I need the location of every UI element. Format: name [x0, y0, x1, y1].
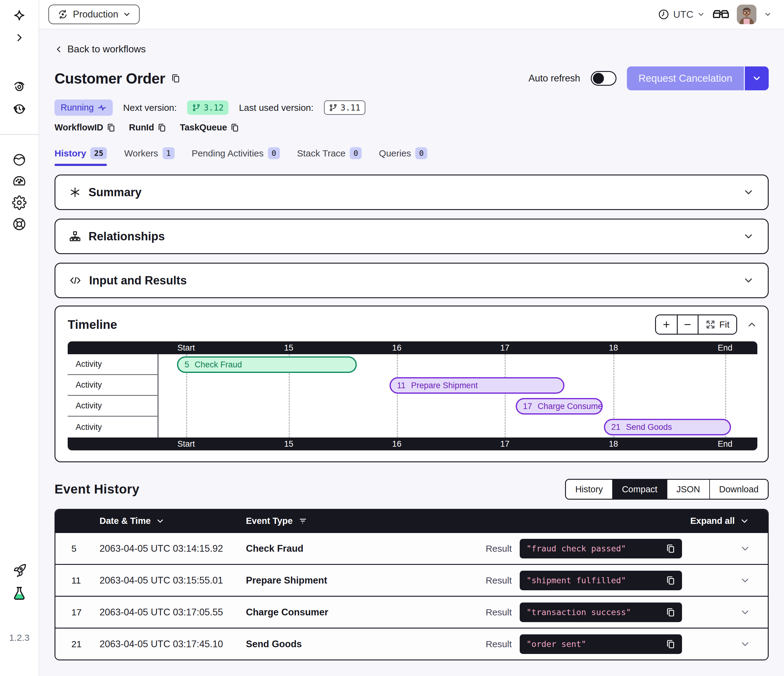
tab-workers[interactable]: Workers1	[124, 147, 174, 166]
app-version: 1.2.3	[9, 632, 30, 643]
timeline-row-label: Activity	[68, 396, 157, 416]
task-queue-copy[interactable]: TaskQueue	[180, 123, 239, 132]
whats-new-rocket-icon[interactable]	[12, 563, 26, 578]
sidebar-divider	[0, 134, 39, 135]
asterisk-icon	[69, 186, 81, 198]
timeline-row-label: Activity	[68, 375, 157, 396]
sidebar-expand-icon[interactable]	[14, 33, 25, 43]
user-menu-chevron-icon[interactable]	[764, 11, 772, 19]
expand-row-icon[interactable]	[682, 575, 768, 586]
chevron-down-icon[interactable]	[743, 186, 754, 198]
event-history-view-switcher: History Compact JSON Download	[565, 479, 769, 500]
request-cancelation-button[interactable]: Request Cancelation	[627, 67, 744, 90]
relationships-label: Relationships	[89, 230, 165, 243]
timeline-row-label: Activity	[68, 416, 157, 438]
usage-icon[interactable]	[12, 174, 26, 189]
copy-title-icon[interactable]	[171, 73, 180, 83]
view-history-button[interactable]: History	[566, 480, 612, 499]
last-version-label: Last used version:	[239, 103, 313, 113]
result-value: "shipment fulfilled"	[526, 576, 666, 585]
chevron-down-icon	[752, 73, 762, 83]
event-row-send-goods[interactable]: 21 2063-04-05 UTC 03:17:45.10 Send Goods…	[55, 628, 768, 659]
download-button[interactable]: Download	[709, 480, 768, 499]
feedback-glasses-icon[interactable]	[712, 8, 730, 20]
result-value: "fraud check passed"	[526, 544, 666, 553]
chevron-down-icon	[123, 10, 131, 19]
copy-result-icon[interactable]	[666, 639, 675, 649]
git-branch-icon	[329, 104, 338, 112]
namespaces-icon[interactable]	[12, 152, 26, 167]
sitemap-icon	[69, 230, 81, 242]
back-to-workflows-link[interactable]: Back to workflows	[54, 44, 146, 55]
next-version-badge: 3.12	[187, 100, 229, 115]
workflow-id-copy[interactable]: WorkflowID	[54, 123, 115, 132]
copy-result-icon[interactable]	[666, 544, 675, 553]
event-row-check-fraud[interactable]: 5 2063-04-05 UTC 03:14:15.92 Check Fraud…	[55, 532, 768, 564]
collapse-timeline-icon[interactable]	[746, 319, 758, 330]
event-timestamp: 2063-04-05 UTC 03:17:45.10	[100, 639, 246, 650]
run-id-copy[interactable]: RunId	[129, 123, 166, 132]
copy-result-icon[interactable]	[666, 608, 675, 617]
event-timestamp: 2063-04-05 UTC 03:14:15.92	[100, 543, 246, 554]
result-value: "transaction success"	[526, 608, 666, 617]
input-results-accordion[interactable]: Input and Results	[54, 263, 769, 298]
expand-row-icon[interactable]	[682, 543, 768, 554]
timeline-axis-top: Start 15 16 17 18 End	[68, 341, 758, 354]
schedules-icon[interactable]	[12, 102, 26, 117]
tab-stack-trace[interactable]: Stack Trace0	[297, 147, 362, 166]
result-value: "order sent"	[526, 639, 666, 649]
timeline-chart: Start 15 16 17 18 End Activity Activity …	[68, 341, 758, 451]
copy-icon	[230, 123, 239, 132]
plus-icon	[662, 320, 671, 329]
expand-row-icon[interactable]	[682, 639, 768, 650]
bar-activity-name: Send Goods	[626, 423, 672, 432]
event-row-charge-consumer[interactable]: 17 2063-04-05 UTC 03:17:05.55 Charge Con…	[55, 596, 768, 628]
date-time-column-header[interactable]: Date & Time	[100, 516, 246, 526]
relationships-accordion[interactable]: Relationships	[54, 219, 769, 254]
zoom-out-button[interactable]	[677, 315, 698, 334]
workflows-icon[interactable]	[12, 79, 26, 94]
support-lifebuoy-icon[interactable]	[12, 217, 26, 232]
bar-activity-name: Check Fraud	[194, 360, 242, 370]
expand-row-icon[interactable]	[682, 607, 768, 618]
view-json-button[interactable]: JSON	[667, 480, 709, 499]
auto-refresh-label: Auto refresh	[529, 73, 580, 84]
namespace-name: Production	[73, 9, 118, 20]
namespace-sync-icon	[57, 9, 68, 20]
summary-accordion[interactable]: Summary	[54, 174, 769, 210]
namespace-selector[interactable]: Production	[48, 5, 140, 24]
event-row-prepare-shipment[interactable]: 11 2063-04-05 UTC 03:15:55.01 Prepare Sh…	[55, 564, 768, 596]
temporal-logo-icon[interactable]	[12, 9, 26, 24]
event-history-table: Date & Time Event Type Expand all 5 2063…	[54, 509, 769, 660]
user-avatar[interactable]	[737, 5, 756, 24]
tab-queries[interactable]: Queries0	[379, 147, 427, 166]
event-type: Check Fraud	[246, 543, 486, 554]
chevron-down-icon[interactable]	[743, 275, 754, 286]
event-timestamp: 2063-04-05 UTC 03:15:55.01	[100, 575, 246, 586]
tab-pending-activities[interactable]: Pending Activities0	[192, 147, 280, 166]
tab-history[interactable]: History25	[54, 147, 107, 166]
timeline-card: Timeline Fit	[54, 306, 769, 462]
pulse-icon	[97, 103, 107, 112]
git-branch-icon	[192, 104, 201, 112]
timeline-bar-check-fraud[interactable]: 5 Check Fraud	[177, 356, 357, 373]
cancelation-menu-button[interactable]	[745, 67, 769, 90]
copy-result-icon[interactable]	[666, 576, 675, 585]
zoom-in-button[interactable]	[656, 315, 677, 334]
expand-all-button[interactable]: Expand all	[690, 516, 768, 526]
event-type-column-header[interactable]: Event Type	[246, 516, 690, 526]
timeline-bar-charge-consumer[interactable]: 17 Charge Consumer	[516, 398, 603, 415]
labs-flask-icon[interactable]	[12, 586, 26, 601]
timeline-bar-send-goods[interactable]: 21 Send Goods	[604, 419, 731, 435]
chevron-down-icon[interactable]	[743, 230, 754, 242]
timeline-axis-bottom: Start 15 16 17 18 End	[68, 438, 758, 451]
timezone-selector[interactable]: UTC	[658, 9, 705, 20]
settings-gear-icon[interactable]	[12, 195, 26, 210]
view-compact-button[interactable]: Compact	[612, 480, 667, 499]
main-content: Back to workflows Customer Order Auto re…	[39, 30, 784, 676]
timeline-bar-prepare-shipment[interactable]: 11 Prepare Shipment	[390, 377, 565, 394]
zoom-fit-button[interactable]: Fit	[698, 315, 736, 334]
auto-refresh-toggle[interactable]	[591, 71, 616, 86]
gridline	[505, 354, 506, 438]
sort-chevron-icon	[156, 516, 165, 526]
